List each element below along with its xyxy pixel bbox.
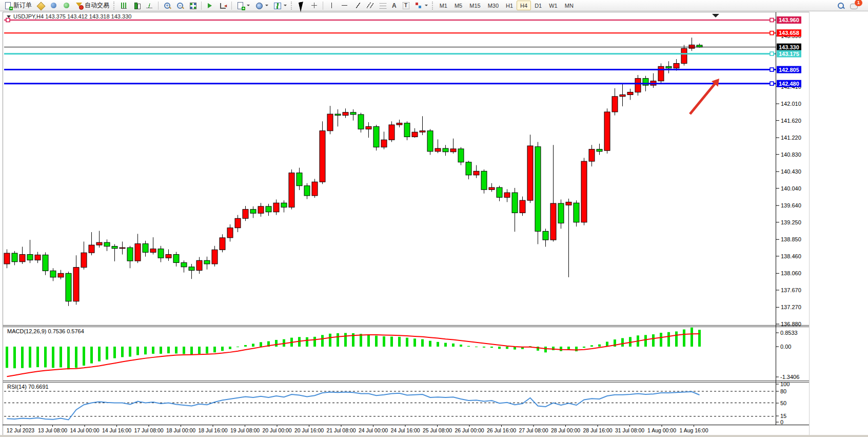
time-tick-label: 24 Jul 00:00 [359,427,388,433]
rsi-axis-label: 15 [780,413,786,419]
timeframe-button-d1[interactable]: D1 [531,1,545,10]
toolbar: + 新订单 自动交易 + − ◂ + A T M1M5M15M30H1H4D1W… [0,0,868,11]
signals-button[interactable] [61,0,72,11]
price-tick-label: 138.060 [781,270,801,276]
toolbar-separator [201,2,202,10]
rsi-axis-label: 80 [780,388,786,394]
price-tick-label: 137.270 [781,304,801,310]
timeframe-button-mn[interactable]: MN [561,1,577,10]
metaeditor-button[interactable] [35,0,47,11]
macd-panel[interactable]: MACD(12,26,9) 0.7536 0.57640.85330.00-1.… [6,328,799,380]
search-icon[interactable] [837,2,845,10]
line-handle[interactable] [770,31,774,35]
cursor-tool-button[interactable] [295,0,307,11]
time-tick-label: 1 Aug 00:00 [647,427,676,433]
timeframe-button-m1[interactable]: M1 [436,1,451,10]
chart-shift-marker-icon[interactable] [712,14,719,17]
autotrading-button[interactable]: 自动交易 [73,0,111,11]
time-tick-label: 19 Jul 08:00 [230,427,260,433]
timeframe-button-w1[interactable]: W1 [545,1,561,10]
metaeditor-icon [37,2,45,9]
crosshair-icon [310,2,318,9]
zoom-out-icon: − [176,2,184,9]
rsi-label: RSI(14) 70.6691 [7,384,49,390]
rsi-panel[interactable]: RSI(14) 70.66911008050150 [4,381,790,425]
status-strip [0,435,868,437]
tile-windows-button[interactable] [187,0,199,11]
time-tick-label: 25 Jul 08:00 [423,427,452,433]
trendline-icon [353,2,361,9]
text-tool-icon: A [392,2,397,9]
notifications-icon[interactable]: 1 [850,2,859,10]
cursor-icon [298,2,305,9]
price-tick-label: 140.830 [781,151,801,158]
auto-scroll-button[interactable] [204,0,216,11]
price-tick-label: 140.430 [781,168,801,175]
chart-canvas[interactable]: USDJPY,H4 143.375 143.412 143.318 143.33… [0,0,868,437]
macd-axis-label: 0.00 [780,344,791,350]
text-label-icon: T [402,2,409,9]
macd-axis-label: -1.3406 [780,374,799,380]
time-tick-label: 26 Jul 16:00 [487,427,516,433]
time-axis: 12 Jul 202313 Jul 08:0014 Jul 00:0014 Ju… [7,425,708,433]
line-handle[interactable] [6,18,10,22]
crosshair-tool-button[interactable] [308,0,320,11]
svg-text:142.805: 142.805 [779,67,799,73]
new-order-button[interactable]: + 新订单 [2,0,34,11]
trendline-tool-button[interactable] [351,0,363,11]
bar-chart-button[interactable] [118,0,130,11]
arrow-objects-button[interactable] [412,0,430,11]
profiles-button[interactable] [253,0,270,11]
fibonacci-tool-button[interactable] [377,0,389,11]
rsi-axis-label: 50 [780,400,786,406]
price-tick-label: 138.460 [781,253,801,259]
chart-shift-icon: ◂ [219,2,227,9]
zoom-out-button[interactable]: − [174,0,186,11]
zoom-in-icon: + [163,2,171,9]
horizontal-line-tool-button[interactable] [339,0,350,11]
time-tick-label: 24 Jul 16:00 [390,427,420,433]
equidistant-channel-tool-button[interactable] [364,0,376,11]
zoom-in-button[interactable]: + [161,0,173,11]
toolbar-grip [432,2,435,10]
window-menu-triangle-icon[interactable] [7,15,11,18]
macd-axis-label: 0.8533 [780,330,798,336]
line-handle[interactable] [770,68,774,71]
price-tick-label: 139.250 [781,219,801,225]
text-tool-button[interactable]: A [390,0,399,11]
timeframe-button-m15[interactable]: M15 [466,1,484,10]
indicators-icon [273,2,281,9]
price-tick-label: 141.220 [781,135,801,141]
chart-title: USDJPY,H4 143.375 143.412 143.318 143.33… [13,13,131,20]
market-watch-button[interactable] [48,0,60,11]
new-order-label: 新订单 [13,1,32,10]
text-label-tool-button[interactable]: T [400,0,411,11]
toolbar-separator [323,2,323,10]
chart-shift-button[interactable]: ◂ [217,0,229,11]
vertical-line-icon [328,2,336,9]
notification-badge: 1 [855,0,862,6]
line-handle[interactable] [770,82,774,85]
time-tick-label: 1 Aug 16:00 [679,427,708,433]
timeframe-button-h1[interactable]: H1 [502,1,517,10]
timeframe-button-m30[interactable]: M30 [484,1,502,10]
arrow-objects-icon [415,2,422,9]
timeframe-button-m5[interactable]: M5 [451,1,466,10]
vertical-line-tool-button[interactable] [326,0,338,11]
price-tick-label: 138.850 [781,236,801,242]
line-chart-button[interactable] [144,0,155,11]
candlestick-series[interactable] [4,37,702,306]
new-chart-button[interactable]: + [234,0,252,11]
time-tick-label: 21 Jul 08:00 [326,427,356,433]
time-tick-label: 14 Jul 00:00 [70,427,99,433]
indicators-button[interactable] [271,0,289,11]
market-watch-icon [50,2,57,9]
line-handle[interactable] [770,18,774,22]
candlestick-chart-icon [133,2,141,9]
line-handle[interactable] [770,52,774,55]
candlestick-chart-button[interactable] [131,0,143,11]
clock-icon [255,2,263,9]
price-tick-label: 139.640 [781,202,801,208]
timeframe-button-h4[interactable]: H4 [517,1,531,10]
toolbar-grip [291,2,293,10]
